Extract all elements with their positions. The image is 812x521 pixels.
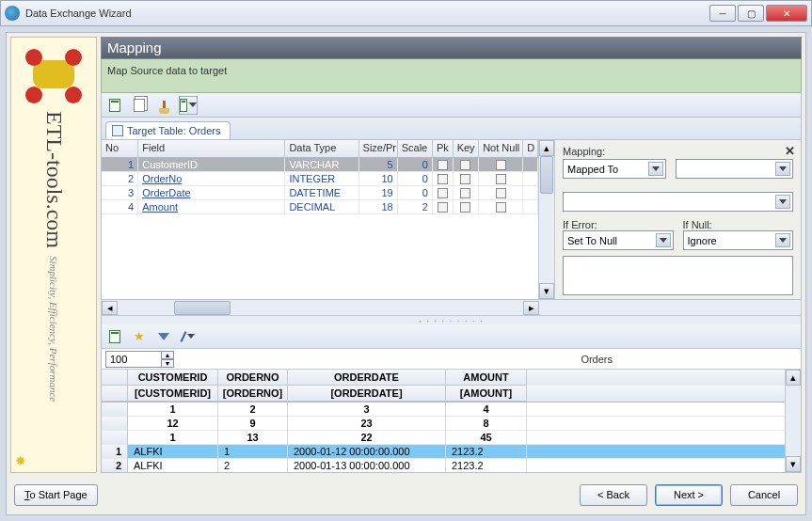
mapping-mode-combo[interactable]: Mapped To <box>563 159 666 179</box>
col-d[interactable]: D <box>523 140 538 157</box>
wizard-buttons: To Start Page < Back Next > Cancel <box>10 481 802 509</box>
tab-label: Target Table: Orders <box>127 125 220 136</box>
refresh-icon <box>109 99 120 112</box>
top-toolbar <box>101 93 802 118</box>
col-amount[interactable]: AMOUNT <box>446 370 527 386</box>
mapping-label: Mapping: <box>563 146 793 157</box>
col-scale[interactable]: Scale <box>398 140 433 157</box>
target-field-row[interactable]: 2OrderNoINTEGER100 <box>102 172 538 186</box>
doc-icon <box>180 99 187 112</box>
tab-bar: Target Table: Orders <box>101 118 802 140</box>
brand-logo-icon <box>25 45 82 102</box>
start-page-button[interactable]: To Start Page <box>14 484 98 506</box>
scroll-down-button[interactable]: ▾ <box>539 283 554 299</box>
data-preview-grid[interactable]: CUSTOMERID ORDERNO ORDERDATE AMOUNT [CUS… <box>102 370 801 472</box>
brand-name: ETL-tools.com <box>41 111 67 248</box>
data-toolbar: ★ <box>102 324 801 349</box>
titlebar: Data Exchange Wizard ─ ▢ ✕ <box>0 0 812 26</box>
target-field-row[interactable]: 1CustomerIDVARCHAR50 <box>102 158 538 172</box>
target-field-row[interactable]: 3OrderDateDATETIME190 <box>102 186 538 200</box>
col-pk[interactable]: Pk <box>433 140 454 157</box>
chevron-down-icon <box>775 195 790 209</box>
col-rownum[interactable] <box>102 370 128 386</box>
window-title: Data Exchange Wizard <box>25 8 709 19</box>
scroll-thumb[interactable] <box>540 156 553 194</box>
refresh-button[interactable] <box>105 96 124 115</box>
col-datatype[interactable]: Data Type <box>285 140 358 157</box>
reload-icon <box>109 330 120 343</box>
col-notnull[interactable]: Not Null <box>479 140 523 157</box>
data-vscrollbar[interactable]: ▴ ▾ <box>785 370 801 472</box>
bind-orderno[interactable]: [ORDERNO] <box>218 386 288 402</box>
table-name-label: Orders <box>581 354 613 365</box>
chevron-down-icon <box>648 162 663 176</box>
mapping-textarea[interactable] <box>563 256 793 295</box>
options-button[interactable] <box>179 96 198 115</box>
star-icon: ✸ <box>15 453 26 468</box>
iferror-combo[interactable]: Set To Null <box>563 230 674 250</box>
copy-icon <box>134 99 145 112</box>
reload-data-button[interactable] <box>105 327 124 346</box>
target-field-row[interactable]: 4AmountDECIMAL182 <box>102 200 538 214</box>
splitter-handle[interactable]: · · · · · · · · · <box>101 316 802 324</box>
grid-hscrollbar[interactable]: ◂ ▸ <box>101 300 802 316</box>
brand-banner: ETL-tools.com Simplicity, Efficiency, Pe… <box>10 37 97 473</box>
chevron-down-icon <box>775 233 790 247</box>
next-button[interactable]: Next > <box>655 484 723 506</box>
clear-button[interactable] <box>154 96 173 115</box>
col-orderdate[interactable]: ORDERDATE <box>288 370 446 386</box>
scroll-up-button[interactable]: ▴ <box>539 140 554 156</box>
maximize-button[interactable]: ▢ <box>738 5 764 22</box>
data-row[interactable]: 1ALFKI12000-01-12 00:00:00.0002123.2 <box>102 445 785 459</box>
bind-orderdate[interactable]: [ORDERDATE] <box>288 386 446 402</box>
target-fields-grid[interactable]: No Field Data Type Size/Pr Scale Pk Key … <box>102 140 538 299</box>
panel-close-button[interactable]: ✕ <box>785 144 795 158</box>
bookmark-button[interactable]: ★ <box>130 327 149 346</box>
ifnull-label: If Null: <box>683 219 794 230</box>
page-subtitle: Map Source data to target <box>101 59 802 93</box>
back-button[interactable]: < Back <box>580 484 647 506</box>
edit-button[interactable] <box>179 327 198 346</box>
cancel-button[interactable]: Cancel <box>730 484 798 506</box>
col-no[interactable]: No <box>102 140 138 157</box>
chevron-down-icon <box>189 103 197 107</box>
scroll-left-button[interactable]: ◂ <box>102 301 118 315</box>
data-row[interactable]: 2ALFKI22000-01-13 00:00:00.0002123.2 <box>102 459 785 472</box>
broom-icon <box>163 101 166 110</box>
col-size[interactable]: Size/Pr <box>359 140 398 157</box>
scroll-up-button[interactable]: ▴ <box>786 370 801 386</box>
bind-amount[interactable]: [AMOUNT] <box>446 386 527 402</box>
scroll-right-button[interactable]: ▸ <box>523 301 539 315</box>
chevron-down-icon <box>656 233 671 247</box>
chevron-down-icon <box>775 162 790 176</box>
bind-customerid[interactable]: [CUSTOMERID] <box>128 386 218 402</box>
iferror-label: If Error: <box>563 219 674 230</box>
copy-button[interactable] <box>130 96 149 115</box>
star-icon: ★ <box>134 330 145 342</box>
mapping-panel: ✕ Mapping: Mapped To If Error: Set To Nu… <box>554 140 801 299</box>
pen-icon <box>180 331 186 342</box>
summary-row: 1234 <box>102 403 785 417</box>
page-title: Mapping <box>101 37 802 59</box>
ifnull-combo[interactable]: Ignore <box>683 230 794 250</box>
summary-row: 129238 <box>102 417 785 431</box>
table-icon <box>112 125 123 136</box>
row-limit-input[interactable]: 100 <box>105 351 162 368</box>
tab-target-table[interactable]: Target Table: Orders <box>105 121 231 139</box>
close-button[interactable]: ✕ <box>766 5 807 22</box>
scroll-thumb[interactable] <box>174 301 231 315</box>
mapping-expression-combo[interactable] <box>563 192 793 212</box>
grid-vscrollbar[interactable]: ▴ ▾ <box>538 140 554 299</box>
mapping-target-combo[interactable] <box>676 159 793 179</box>
chevron-down-icon <box>187 334 195 339</box>
minimize-button[interactable]: ─ <box>709 5 736 22</box>
col-customerid[interactable]: CUSTOMERID <box>128 370 218 386</box>
col-orderno[interactable]: ORDERNO <box>218 370 288 386</box>
col-key[interactable]: Key <box>454 140 480 157</box>
row-limit-spinner[interactable]: ▲▼ <box>161 351 174 368</box>
scroll-down-button[interactable]: ▾ <box>786 456 801 472</box>
summary-row: 1132245 <box>102 431 785 445</box>
filter-button[interactable] <box>154 327 173 346</box>
col-field[interactable]: Field <box>138 140 285 157</box>
app-icon <box>5 6 20 21</box>
